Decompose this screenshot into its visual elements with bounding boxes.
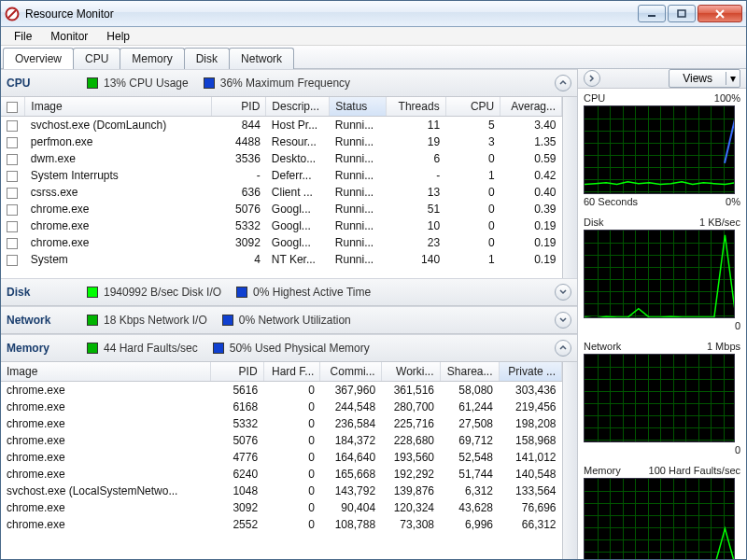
tab-disk[interactable]: Disk [184,48,230,69]
memory-table[interactable]: Image PID Hard F... Commi... Worki... Sh… [1,362,562,533]
table-row[interactable]: chrome.exe3092090,404120,32443,62876,696 [1,499,562,516]
table-row[interactable]: perfmon.exe4488Resour...Runni...1931.35 [1,133,562,150]
dropdown-icon: ▾ [726,72,740,85]
mem-col-share[interactable]: Sharea... [440,362,499,382]
table-row[interactable]: chrome.exe5332Googl...Runni...1000.19 [1,217,562,234]
cpu-section-header[interactable]: CPU 13% CPU Usage 36% Maximum Frequency [1,69,577,97]
table-row[interactable]: chrome.exe5076Googl...Runni...5100.39 [1,201,562,217]
cpu-col-status[interactable]: Status [330,97,387,117]
chart-network: Network1 Mbps0 [578,337,746,461]
network-io-stat: 18 Kbps Network I/O [87,314,207,327]
checkbox-icon[interactable] [7,102,18,113]
chart-min: 0% [726,196,740,207]
cpu-col-threads[interactable]: Threads [387,97,445,117]
table-row[interactable]: chrome.exe50760184,372228,68069,712158,9… [1,432,562,449]
memory-used-stat: 50% Used Physical Memory [213,342,370,355]
table-row[interactable]: chrome.exe61680244,548280,70061,244219,4… [1,399,562,415]
chart-scale: 100% [714,92,740,104]
cpu-section-title: CPU [7,77,64,90]
tab-network[interactable]: Network [229,48,294,69]
menu-monitor[interactable]: Monitor [43,28,95,45]
tab-strip: Overview CPU Memory Disk Network [1,46,746,69]
chart-memory: Memory100 Hard Faults/sec [578,461,746,559]
table-row[interactable]: chrome.exe3092Googl...Runni...2300.19 [1,234,562,251]
menu-file[interactable]: File [7,28,39,45]
chart-title: Network [584,341,621,352]
cpu-scrollbar[interactable] [562,97,577,278]
table-row[interactable]: chrome.exe47760164,640193,56052,548141,0… [1,449,562,466]
disk-expand-button[interactable] [555,284,571,301]
table-row[interactable]: svchost.exe (DcomLaunch)844Host Pr...Run… [1,117,562,134]
content-area: CPU 13% CPU Usage 36% Maximum Frequency … [1,69,746,559]
table-row[interactable]: csrss.exe636Client ...Runni...1300.40 [1,184,562,201]
chart-min: 0 [735,320,740,331]
mem-col-working[interactable]: Worki... [381,362,440,382]
checkbox-icon[interactable] [7,204,18,216]
menubar: File Monitor Help [1,27,746,46]
mem-col-image[interactable]: Image [1,362,211,382]
app-window: Resource Monitor File Monitor Help Overv… [0,0,747,560]
chart-min: 0 [735,444,740,455]
table-row[interactable]: dwm.exe3536Deskto...Runni...600.59 [1,150,562,167]
swatch-blue-icon [222,315,233,326]
swatch-green-icon [87,77,98,89]
swatch-lime-icon [87,287,98,298]
checkbox-icon[interactable] [7,238,18,249]
chart-title: CPU [584,92,605,104]
swatch-green-icon [87,343,98,354]
memory-collapse-button[interactable] [555,340,571,357]
table-row[interactable]: chrome.exe62400165,668192,29251,744140,5… [1,466,562,483]
checkbox-icon[interactable] [7,221,18,232]
close-button[interactable] [698,5,742,22]
mem-col-hf[interactable]: Hard F... [263,362,320,382]
window-title: Resource Monitor [25,7,636,21]
checkbox-icon[interactable] [7,154,18,165]
chart-xlabel: 60 Seconds [584,196,638,207]
cpu-collapse-button[interactable] [555,75,571,91]
table-row[interactable]: System Interrupts-Deferr...Runni...-10.4… [1,167,562,184]
cpu-table[interactable]: Image PID Descrip... Status Threads CPU … [1,97,562,268]
menu-help[interactable]: Help [99,28,137,45]
network-section-title: Network [7,314,64,327]
chart-cpu: CPU100%60 Seconds0% [578,89,746,213]
checkbox-icon[interactable] [7,171,18,182]
mem-col-commit[interactable]: Commi... [320,362,381,382]
network-section-header[interactable]: Network 18 Kbps Network I/O 0% Network U… [1,306,577,334]
mem-col-pid[interactable]: PID [211,362,263,382]
tab-memory[interactable]: Memory [120,48,184,69]
disk-io-stat: 1940992 B/sec Disk I/O [87,286,221,299]
checkbox-icon[interactable] [7,137,18,148]
cpu-col-desc[interactable]: Descrip... [266,97,330,117]
cpu-col-avg[interactable]: Averag... [500,97,562,117]
network-expand-button[interactable] [555,312,571,329]
graphs-collapse-button[interactable] [584,70,600,87]
cpu-col-check[interactable] [1,97,25,117]
chart-scale: 1 Mbps [707,341,740,352]
cpu-col-pid[interactable]: PID [211,97,266,117]
memory-section-header[interactable]: Memory 44 Hard Faults/sec 50% Used Physi… [1,334,577,362]
checkbox-icon[interactable] [7,188,18,199]
checkbox-icon[interactable] [7,120,18,132]
chart-scale: 100 Hard Faults/sec [649,465,740,476]
swatch-blue-icon [204,77,215,89]
memory-section-title: Memory [7,342,64,355]
tab-overview[interactable]: Overview [3,48,74,69]
mem-col-private[interactable]: Private ... [499,362,562,382]
table-row[interactable]: chrome.exe56160367,960361,51658,080303,4… [1,382,562,399]
table-row[interactable]: chrome.exe25520108,78873,3086,99666,312 [1,516,562,533]
memory-scrollbar[interactable] [562,362,577,559]
table-row[interactable]: svchost.exe (LocalSystemNetwo...10480143… [1,483,562,499]
table-row[interactable]: chrome.exe53320236,584225,71627,508198,2… [1,415,562,432]
views-button[interactable]: Views ▾ [669,69,740,88]
cpu-col-image[interactable]: Image [25,97,211,117]
checkbox-icon[interactable] [7,255,18,266]
table-row[interactable]: System4NT Ker...Runni...14010.19 [1,251,562,268]
maximize-button[interactable] [668,5,696,22]
disk-section-title: Disk [7,286,64,299]
tab-cpu[interactable]: CPU [73,48,120,69]
disk-section-header[interactable]: Disk 1940992 B/sec Disk I/O 0% Highest A… [1,278,577,306]
chart-canvas [584,230,735,318]
minimize-button[interactable] [638,5,666,22]
cpu-col-cpu[interactable]: CPU [445,97,500,117]
titlebar[interactable]: Resource Monitor [1,1,746,27]
